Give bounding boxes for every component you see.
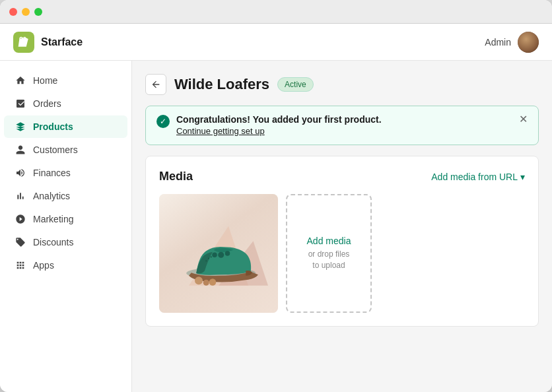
products-icon: [15, 121, 26, 133]
orders-icon: [15, 98, 26, 110]
shoe-image-display: [159, 194, 278, 313]
media-section-title: Media: [159, 170, 193, 183]
main-content: Wilde Loafers Active ✓ Congratulations! …: [132, 61, 552, 392]
media-upload-zone[interactable]: Add media or drop filesto upload: [286, 194, 372, 313]
sidebar-item-analytics-label: Analytics: [33, 191, 70, 201]
customers-icon: [15, 144, 26, 156]
sidebar-item-products-label: Products: [33, 121, 73, 132]
marketing-icon: [15, 213, 26, 225]
add-media-url-label: Add media from URL: [431, 172, 518, 182]
svg-point-3: [218, 252, 224, 258]
close-dot[interactable]: [9, 8, 17, 16]
header-right: Admin: [485, 32, 539, 53]
brand: Starface: [13, 32, 83, 53]
sidebar-item-marketing-label: Marketing: [33, 214, 73, 224]
add-media-label: Add media: [307, 236, 351, 246]
sidebar-item-analytics[interactable]: Analytics: [4, 185, 127, 207]
avatar-image: [518, 32, 539, 53]
media-grid: Add media or drop filesto upload: [159, 194, 525, 313]
sidebar-item-finances[interactable]: Finances: [4, 162, 127, 184]
back-button[interactable]: [145, 74, 166, 95]
add-media-url-button[interactable]: Add media from URL ▾: [431, 172, 525, 182]
analytics-icon: [15, 190, 26, 202]
continue-setup-link[interactable]: Continue getting set up: [176, 126, 265, 136]
sidebar-item-orders-label: Orders: [33, 98, 61, 109]
brand-name: Starface: [41, 36, 83, 48]
sidebar-item-customers-label: Customers: [33, 145, 78, 155]
svg-point-9: [195, 277, 203, 284]
svg-point-7: [208, 257, 209, 259]
sidebar-item-discounts-label: Discounts: [33, 237, 73, 247]
app-window: Starface Admin Home: [0, 0, 552, 392]
sidebar-item-marketing[interactable]: Marketing: [4, 208, 127, 230]
shopify-logo-icon: [13, 32, 34, 53]
main-layout: Home Orders Produc: [0, 61, 552, 392]
sidebar-item-home-label: Home: [33, 75, 57, 86]
chevron-down-icon: ▾: [520, 172, 525, 182]
avatar[interactable]: [518, 32, 539, 53]
product-image[interactable]: [159, 194, 278, 313]
sidebar-item-finances-label: Finances: [33, 168, 71, 178]
media-card-header: Media Add media from URL ▾: [159, 170, 525, 183]
sidebar: Home Orders Produc: [0, 61, 132, 392]
sidebar-item-home[interactable]: Home: [4, 69, 127, 92]
home-icon: [15, 75, 26, 86]
sidebar-item-products[interactable]: Products: [4, 115, 127, 138]
titlebar: [0, 0, 552, 24]
top-header: Starface Admin: [0, 24, 552, 61]
success-banner: ✓ Congratulations! You added your first …: [145, 106, 539, 145]
svg-point-10: [203, 280, 209, 286]
svg-point-5: [212, 253, 217, 258]
success-title: Congratulations! You added your first pr…: [176, 114, 512, 125]
admin-label: Admin: [485, 37, 511, 48]
discounts-icon: [15, 236, 26, 248]
sidebar-item-customers[interactable]: Customers: [4, 139, 127, 161]
svg-point-8: [211, 256, 212, 257]
drop-files-text: or drop filesto upload: [308, 249, 350, 271]
success-check-icon: ✓: [156, 115, 170, 128]
status-badge: Active: [277, 77, 314, 92]
svg-point-11: [209, 278, 217, 286]
apps-icon: [15, 259, 26, 271]
sidebar-item-discounts[interactable]: Discounts: [4, 231, 127, 253]
success-text: Congratulations! You added your first pr…: [176, 114, 512, 137]
media-card: Media Add media from URL ▾: [145, 156, 539, 327]
finances-icon: [15, 167, 26, 179]
sidebar-item-apps[interactable]: Apps: [4, 254, 127, 277]
sidebar-item-apps-label: Apps: [33, 260, 54, 271]
sidebar-item-orders[interactable]: Orders: [4, 92, 127, 115]
page-title: Wilde Loafers: [174, 76, 269, 93]
minimize-dot[interactable]: [22, 8, 30, 16]
page-header: Wilde Loafers Active: [145, 74, 539, 95]
svg-point-6: [205, 260, 207, 261]
banner-close-button[interactable]: ✕: [519, 114, 528, 125]
svg-point-4: [225, 251, 230, 256]
maximize-dot[interactable]: [34, 8, 42, 16]
